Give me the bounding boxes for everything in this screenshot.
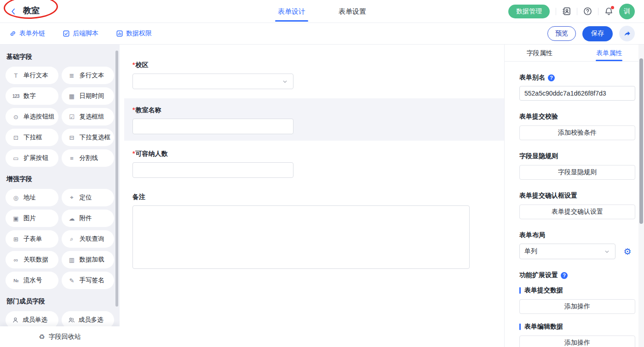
help-filled-icon[interactable]: ? bbox=[548, 74, 555, 81]
sidebar-scrollbar[interactable] bbox=[115, 51, 118, 307]
data-manage-button[interactable]: 数据管理 bbox=[508, 5, 550, 18]
toolbar-link-0[interactable]: 表单外链 bbox=[9, 29, 45, 38]
extension-subsection-0: 表单提交数据 bbox=[519, 286, 635, 295]
page-title[interactable]: 教室 bbox=[22, 5, 40, 18]
canvas-field-2[interactable]: *可容纳人数 bbox=[132, 150, 504, 178]
field-pill[interactable]: ⊟下拉复选框 bbox=[62, 129, 115, 146]
field-pill[interactable]: ⊙单选按钮组 bbox=[6, 108, 58, 125]
canvas-field-0[interactable]: *校区 bbox=[132, 61, 504, 89]
field-input[interactable] bbox=[132, 119, 293, 134]
location-icon: ⌖ bbox=[68, 194, 76, 201]
canvas-field-1[interactable]: *教室名称 bbox=[124, 98, 504, 141]
extension-action-button-1[interactable]: 添加操作 bbox=[519, 336, 635, 347]
extend-button-icon: ▭ bbox=[12, 155, 20, 162]
avatar[interactable]: 训 bbox=[619, 4, 635, 19]
header-tabs: 表单设计表单设置 bbox=[278, 0, 366, 23]
header-actions: 数据管理 训 bbox=[508, 4, 635, 19]
datetime-icon: ▦ bbox=[68, 93, 76, 100]
subform-icon: ⊞ bbox=[12, 236, 20, 243]
app-header: 教室 表单设计表单设置 数据管理 训 bbox=[0, 0, 644, 23]
section-label-form-layout: 表单布局 bbox=[519, 231, 635, 239]
extension-action-button-0[interactable]: 添加操作 bbox=[519, 299, 635, 314]
single-line-text-icon: T bbox=[12, 72, 20, 79]
save-button[interactable]: 保存 bbox=[582, 26, 613, 41]
multi-line-text-icon: ≣ bbox=[68, 72, 76, 79]
serial-number-icon: № bbox=[12, 278, 20, 283]
multi-select-icon: ⊟ bbox=[68, 134, 76, 141]
header-tab-form-design[interactable]: 表单设计 bbox=[278, 0, 305, 23]
recycle-icon: ♻ bbox=[39, 333, 45, 341]
help-filled-icon[interactable]: ? bbox=[561, 272, 568, 279]
field-pill[interactable]: ◎地址 bbox=[6, 189, 58, 206]
sidebar-section-title: 基础字段 bbox=[0, 45, 120, 67]
notification-dot bbox=[611, 6, 614, 9]
required-asterisk: * bbox=[132, 61, 135, 68]
field-pill[interactable]: T单行文本 bbox=[6, 67, 58, 84]
properties-tab-form[interactable]: 表单属性 bbox=[575, 45, 644, 61]
select-icon: ⊡ bbox=[12, 134, 20, 141]
data-load-icon: ▥ bbox=[68, 256, 76, 263]
required-asterisk: * bbox=[132, 106, 135, 114]
field-textarea[interactable] bbox=[132, 205, 470, 269]
form-design-canvas[interactable]: *校区*教室名称*可容纳人数备注 bbox=[120, 45, 504, 347]
field-select[interactable] bbox=[132, 74, 293, 89]
help-icon[interactable] bbox=[583, 7, 592, 16]
back-chevron-icon[interactable] bbox=[9, 7, 17, 16]
properties-tab-field[interactable]: 字段属性 bbox=[505, 45, 575, 61]
field-label: *教室名称 bbox=[132, 106, 504, 114]
window-scrollbar-thumb[interactable] bbox=[639, 58, 643, 224]
layout-gear-button[interactable]: ⚙ bbox=[620, 244, 635, 259]
gear-icon: ⚙ bbox=[624, 246, 632, 257]
field-pill[interactable]: ⊞子表单 bbox=[6, 230, 58, 248]
form-alias-input[interactable] bbox=[519, 86, 635, 101]
image-icon: ▣ bbox=[12, 215, 20, 222]
field-pill[interactable]: ☑复选框组 bbox=[62, 108, 115, 125]
notification-bell-icon[interactable] bbox=[604, 7, 613, 16]
divider bbox=[577, 8, 577, 15]
chevron-down-icon bbox=[282, 78, 288, 85]
field-pill[interactable]: ▥数据加载 bbox=[62, 251, 115, 268]
toolbar-link-1[interactable]: 后端脚本 bbox=[63, 29, 98, 38]
toolbar-links: 表单外链后端脚本数据权限 bbox=[9, 29, 169, 38]
header-tab-form-settings[interactable]: 表单设置 bbox=[339, 0, 366, 23]
window-scrollbar-track[interactable] bbox=[638, 45, 644, 347]
field-label: *校区 bbox=[132, 61, 504, 69]
field-recycle-button[interactable]: ♻ 字段回收站 bbox=[0, 326, 120, 347]
form-layout-select[interactable]: 单列 bbox=[519, 244, 615, 259]
field-input[interactable] bbox=[132, 162, 293, 178]
toolbar-actions: 预览 保存 bbox=[547, 26, 635, 41]
signature-icon: ✎ bbox=[68, 277, 76, 284]
section-action-button-2[interactable]: 表单提交确认设置 bbox=[519, 205, 635, 219]
field-pill[interactable]: ⌖定位 bbox=[62, 189, 115, 206]
field-pill[interactable]: ▣图片 bbox=[6, 210, 58, 227]
section-label-rp-1: 字段显隐规则 bbox=[519, 152, 635, 160]
field-pill[interactable]: ⊡下拉框 bbox=[6, 129, 58, 146]
number-icon: 123 bbox=[12, 94, 20, 99]
field-pill[interactable]: ≣多行文本 bbox=[62, 67, 115, 84]
share-button[interactable] bbox=[619, 26, 635, 41]
section-action-button-1[interactable]: 字段显隐规则 bbox=[519, 165, 635, 180]
checkbox-group-icon: ☑ bbox=[68, 114, 76, 120]
field-pill[interactable]: ✎手写签名 bbox=[62, 272, 115, 289]
section-label-extension-settings: 功能扩展设置? bbox=[519, 271, 635, 279]
field-pill[interactable]: №流水号 bbox=[6, 272, 58, 289]
field-pill[interactable]: 123数字 bbox=[6, 87, 58, 105]
contact-book-icon[interactable] bbox=[562, 7, 571, 16]
divider bbox=[556, 8, 556, 15]
canvas-field-3[interactable]: 备注 bbox=[132, 193, 504, 269]
field-label: 备注 bbox=[132, 193, 504, 201]
divider bbox=[598, 8, 598, 15]
field-pill[interactable]: ⌕关联查询 bbox=[62, 230, 115, 248]
field-pill[interactable]: ▭扩展按钮 bbox=[6, 149, 58, 167]
field-pill[interactable]: ≡分割线 bbox=[62, 149, 115, 167]
field-pill[interactable]: ∞关联数据 bbox=[6, 251, 58, 268]
linked-data-icon: ∞ bbox=[12, 256, 20, 263]
toolbar-link-2[interactable]: 数据权限 bbox=[116, 29, 152, 38]
field-palette-sidebar: 基础字段T单行文本≣多行文本123数字▦日期时间⊙单选按钮组☑复选框组⊡下拉框⊟… bbox=[0, 45, 120, 347]
sidebar-field-grid: T单行文本≣多行文本123数字▦日期时间⊙单选按钮组☑复选框组⊡下拉框⊟下拉复选… bbox=[0, 67, 120, 167]
field-pill[interactable]: ▦日期时间 bbox=[62, 87, 115, 105]
field-pill[interactable]: ☁附件 bbox=[62, 210, 115, 227]
preview-button[interactable]: 预览 bbox=[547, 26, 576, 41]
section-action-button-0[interactable]: 添加校验条件 bbox=[519, 125, 635, 140]
sidebar-section-title: 部门成员字段 bbox=[0, 289, 120, 311]
